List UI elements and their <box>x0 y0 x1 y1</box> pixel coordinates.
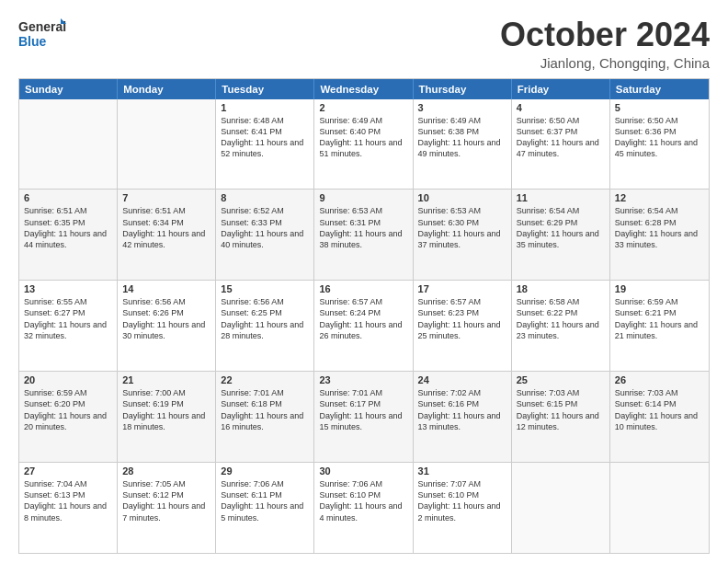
logo: General Blue <box>18 17 66 50</box>
day-cell-15: 15Sunrise: 6:56 AM Sunset: 6:25 PM Dayli… <box>216 281 314 371</box>
day-cell-18: 18Sunrise: 6:58 AM Sunset: 6:22 PM Dayli… <box>512 281 610 371</box>
calendar-header-row: SundayMondayTuesdayWednesdayThursdayFrid… <box>19 79 709 99</box>
header-day-sunday: Sunday <box>19 79 118 99</box>
day-info: Sunrise: 6:57 AM Sunset: 6:23 PM Dayligh… <box>418 296 506 341</box>
day-cell-8: 8Sunrise: 6:52 AM Sunset: 6:33 PM Daylig… <box>216 190 314 280</box>
day-number: 11 <box>517 192 605 203</box>
calendar-row-0: 1Sunrise: 6:48 AM Sunset: 6:41 PM Daylig… <box>19 99 709 190</box>
day-cell-4: 4Sunrise: 6:50 AM Sunset: 6:37 PM Daylig… <box>512 99 610 190</box>
day-info: Sunrise: 7:02 AM Sunset: 6:16 PM Dayligh… <box>418 387 506 432</box>
month-title: October 2024 <box>500 17 710 53</box>
day-number: 8 <box>221 192 309 203</box>
day-cell-16: 16Sunrise: 6:57 AM Sunset: 6:24 PM Dayli… <box>314 281 413 371</box>
day-info: Sunrise: 6:51 AM Sunset: 6:35 PM Dayligh… <box>24 205 112 250</box>
day-cell-2: 2Sunrise: 6:49 AM Sunset: 6:40 PM Daylig… <box>314 99 413 190</box>
day-number: 6 <box>24 192 112 203</box>
day-info: Sunrise: 7:01 AM Sunset: 6:17 PM Dayligh… <box>319 387 407 432</box>
header-day-tuesday: Tuesday <box>216 79 314 99</box>
page: General Blue October 2024 Jianlong, Chon… <box>0 0 728 563</box>
calendar-row-3: 20Sunrise: 6:59 AM Sunset: 6:20 PM Dayli… <box>19 371 709 462</box>
day-number: 1 <box>221 102 309 113</box>
day-cell-12: 12Sunrise: 6:54 AM Sunset: 6:28 PM Dayli… <box>610 190 709 280</box>
calendar-row-1: 6Sunrise: 6:51 AM Sunset: 6:35 PM Daylig… <box>19 189 709 280</box>
day-info: Sunrise: 7:06 AM Sunset: 6:11 PM Dayligh… <box>221 478 309 523</box>
empty-cell-0-0 <box>19 99 118 190</box>
day-number: 3 <box>418 102 506 113</box>
day-info: Sunrise: 7:00 AM Sunset: 6:19 PM Dayligh… <box>122 387 210 432</box>
day-info: Sunrise: 6:50 AM Sunset: 6:36 PM Dayligh… <box>615 115 704 160</box>
day-number: 23 <box>319 374 407 385</box>
day-number: 30 <box>319 465 407 477</box>
day-cell-10: 10Sunrise: 6:53 AM Sunset: 6:30 PM Dayli… <box>414 190 512 280</box>
day-cell-30: 30Sunrise: 7:06 AM Sunset: 6:10 PM Dayli… <box>314 463 413 553</box>
day-number: 10 <box>418 192 506 203</box>
day-info: Sunrise: 6:53 AM Sunset: 6:30 PM Dayligh… <box>418 205 506 250</box>
day-info: Sunrise: 7:07 AM Sunset: 6:10 PM Dayligh… <box>418 478 506 523</box>
day-cell-14: 14Sunrise: 6:56 AM Sunset: 6:26 PM Dayli… <box>118 281 216 371</box>
header-day-friday: Friday <box>512 79 610 99</box>
day-info: Sunrise: 6:49 AM Sunset: 6:40 PM Dayligh… <box>319 115 407 160</box>
day-cell-29: 29Sunrise: 7:06 AM Sunset: 6:11 PM Dayli… <box>216 463 314 553</box>
day-info: Sunrise: 6:53 AM Sunset: 6:31 PM Dayligh… <box>319 205 407 250</box>
day-info: Sunrise: 6:56 AM Sunset: 6:26 PM Dayligh… <box>122 296 210 341</box>
svg-text:General: General <box>18 19 66 34</box>
day-cell-28: 28Sunrise: 7:05 AM Sunset: 6:12 PM Dayli… <box>118 463 216 553</box>
day-number: 16 <box>319 283 407 294</box>
day-info: Sunrise: 6:57 AM Sunset: 6:24 PM Dayligh… <box>319 296 407 341</box>
day-number: 20 <box>24 374 112 385</box>
day-cell-13: 13Sunrise: 6:55 AM Sunset: 6:27 PM Dayli… <box>19 281 118 371</box>
day-info: Sunrise: 6:55 AM Sunset: 6:27 PM Dayligh… <box>24 296 112 341</box>
day-number: 17 <box>418 283 506 294</box>
day-info: Sunrise: 6:51 AM Sunset: 6:34 PM Dayligh… <box>122 205 210 250</box>
day-info: Sunrise: 6:54 AM Sunset: 6:29 PM Dayligh… <box>517 205 605 250</box>
day-number: 15 <box>221 283 309 294</box>
title-block: October 2024 Jianlong, Chongqing, China <box>500 17 710 71</box>
day-cell-23: 23Sunrise: 7:01 AM Sunset: 6:17 PM Dayli… <box>314 372 413 462</box>
calendar-row-4: 27Sunrise: 7:04 AM Sunset: 6:13 PM Dayli… <box>19 462 709 553</box>
day-number: 18 <box>517 283 605 294</box>
day-cell-9: 9Sunrise: 6:53 AM Sunset: 6:31 PM Daylig… <box>314 190 413 280</box>
day-info: Sunrise: 6:48 AM Sunset: 6:41 PM Dayligh… <box>221 115 309 160</box>
calendar: SundayMondayTuesdayWednesdayThursdayFrid… <box>18 78 710 554</box>
day-cell-27: 27Sunrise: 7:04 AM Sunset: 6:13 PM Dayli… <box>19 463 118 553</box>
day-info: Sunrise: 7:04 AM Sunset: 6:13 PM Dayligh… <box>24 478 112 523</box>
day-cell-5: 5Sunrise: 6:50 AM Sunset: 6:36 PM Daylig… <box>610 99 709 190</box>
day-number: 27 <box>24 465 112 477</box>
logo-svg: General Blue <box>18 17 66 50</box>
header-day-wednesday: Wednesday <box>314 79 413 99</box>
day-cell-7: 7Sunrise: 6:51 AM Sunset: 6:34 PM Daylig… <box>118 190 216 280</box>
header-day-monday: Monday <box>118 79 216 99</box>
day-cell-26: 26Sunrise: 7:03 AM Sunset: 6:14 PM Dayli… <box>610 372 709 462</box>
day-info: Sunrise: 6:59 AM Sunset: 6:20 PM Dayligh… <box>24 387 112 432</box>
day-number: 22 <box>221 374 309 385</box>
day-cell-19: 19Sunrise: 6:59 AM Sunset: 6:21 PM Dayli… <box>610 281 709 371</box>
location: Jianlong, Chongqing, China <box>500 55 710 71</box>
day-info: Sunrise: 6:49 AM Sunset: 6:38 PM Dayligh… <box>418 115 506 160</box>
day-info: Sunrise: 6:59 AM Sunset: 6:21 PM Dayligh… <box>615 296 704 341</box>
day-number: 2 <box>319 102 407 113</box>
day-info: Sunrise: 6:58 AM Sunset: 6:22 PM Dayligh… <box>517 296 605 341</box>
calendar-body: 1Sunrise: 6:48 AM Sunset: 6:41 PM Daylig… <box>19 99 709 553</box>
header-day-saturday: Saturday <box>610 79 709 99</box>
day-number: 7 <box>122 192 210 203</box>
day-cell-25: 25Sunrise: 7:03 AM Sunset: 6:15 PM Dayli… <box>512 372 610 462</box>
day-cell-31: 31Sunrise: 7:07 AM Sunset: 6:10 PM Dayli… <box>414 463 512 553</box>
day-cell-22: 22Sunrise: 7:01 AM Sunset: 6:18 PM Dayli… <box>216 372 314 462</box>
day-info: Sunrise: 7:06 AM Sunset: 6:10 PM Dayligh… <box>319 478 407 523</box>
day-cell-24: 24Sunrise: 7:02 AM Sunset: 6:16 PM Dayli… <box>414 372 512 462</box>
day-number: 28 <box>122 465 210 477</box>
day-cell-11: 11Sunrise: 6:54 AM Sunset: 6:29 PM Dayli… <box>512 190 610 280</box>
header-day-thursday: Thursday <box>414 79 512 99</box>
day-cell-17: 17Sunrise: 6:57 AM Sunset: 6:23 PM Dayli… <box>414 281 512 371</box>
day-number: 24 <box>418 374 506 385</box>
day-cell-21: 21Sunrise: 7:00 AM Sunset: 6:19 PM Dayli… <box>118 372 216 462</box>
day-number: 13 <box>24 283 112 294</box>
day-info: Sunrise: 6:50 AM Sunset: 6:37 PM Dayligh… <box>517 115 605 160</box>
day-number: 21 <box>122 374 210 385</box>
svg-text:Blue: Blue <box>18 34 47 49</box>
day-number: 5 <box>615 102 704 113</box>
day-info: Sunrise: 7:01 AM Sunset: 6:18 PM Dayligh… <box>221 387 309 432</box>
day-number: 12 <box>615 192 704 203</box>
day-number: 9 <box>319 192 407 203</box>
day-number: 29 <box>221 465 309 477</box>
